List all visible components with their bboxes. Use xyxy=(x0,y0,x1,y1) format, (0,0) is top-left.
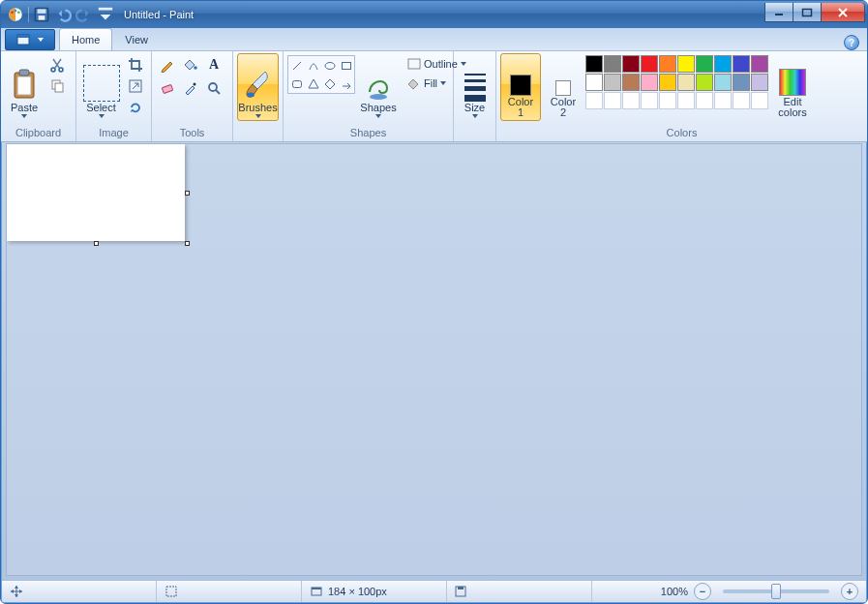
close-button[interactable] xyxy=(821,3,865,22)
tab-home[interactable]: Home xyxy=(59,28,112,50)
maximize-button[interactable] xyxy=(793,3,822,22)
color-swatch[interactable] xyxy=(585,74,603,91)
zoom-slider[interactable] xyxy=(723,589,829,593)
save-icon[interactable] xyxy=(33,6,50,23)
color-swatch[interactable] xyxy=(585,92,603,109)
file-menu-button[interactable] xyxy=(5,29,55,50)
copy-button[interactable] xyxy=(47,76,67,96)
crop-button[interactable] xyxy=(126,55,145,75)
tab-view[interactable]: View xyxy=(112,28,161,50)
color-swatch[interactable] xyxy=(641,92,658,109)
pencil-tool[interactable] xyxy=(158,55,177,75)
eraser-tool[interactable] xyxy=(158,78,177,98)
group-label: Image xyxy=(80,125,147,141)
color-swatch[interactable] xyxy=(677,55,695,73)
brushes-button[interactable]: Brushes xyxy=(237,53,279,121)
color-swatch[interactable] xyxy=(751,74,768,91)
svg-rect-6 xyxy=(39,15,45,20)
color-palette xyxy=(585,53,768,109)
window-buttons xyxy=(765,3,865,22)
zoom-slider-thumb[interactable] xyxy=(771,584,781,599)
zoom-in-button[interactable]: + xyxy=(841,583,858,600)
color-swatch[interactable] xyxy=(733,55,750,73)
color-swatch[interactable] xyxy=(677,92,695,109)
color-swatch[interactable] xyxy=(604,92,621,109)
size-button[interactable]: Size xyxy=(456,53,494,121)
svg-rect-11 xyxy=(17,35,29,38)
color-swatch[interactable] xyxy=(659,55,676,73)
group-image: Select Image xyxy=(76,51,152,141)
color-swatch[interactable] xyxy=(733,92,750,109)
color-picker-tool[interactable] xyxy=(181,78,200,98)
edit-colors-button[interactable]: Edit colors xyxy=(770,53,815,121)
color-swatch[interactable] xyxy=(641,55,658,73)
color-swatch[interactable] xyxy=(622,92,640,109)
color-swatch[interactable] xyxy=(714,74,732,91)
canvas[interactable] xyxy=(7,144,185,241)
color-swatch[interactable] xyxy=(751,92,768,109)
color-swatch[interactable] xyxy=(751,55,768,73)
color-swatch[interactable] xyxy=(585,55,603,73)
chevron-down-icon xyxy=(99,114,105,118)
cut-button[interactable] xyxy=(47,55,67,75)
color-swatch[interactable] xyxy=(714,55,732,73)
svg-point-20 xyxy=(194,66,197,70)
svg-point-15 xyxy=(51,68,55,72)
color-swatch[interactable] xyxy=(622,74,640,91)
color-swatch[interactable] xyxy=(604,55,621,73)
brushes-label: Brushes xyxy=(238,103,277,113)
shapes-label: Shapes xyxy=(360,103,396,113)
color-swatch[interactable] xyxy=(733,74,750,91)
color-swatch[interactable] xyxy=(641,74,658,91)
resize-handle-right[interactable] xyxy=(185,191,190,196)
minimize-button[interactable] xyxy=(764,3,793,22)
color1-button[interactable]: Color 1 xyxy=(500,53,541,121)
paste-button[interactable]: Paste xyxy=(5,53,44,121)
magnifier-tool[interactable] xyxy=(204,78,224,98)
help-icon[interactable]: ? xyxy=(844,35,859,50)
color-swatch[interactable] xyxy=(714,92,732,109)
color2-swatch xyxy=(555,80,571,96)
color-swatch[interactable] xyxy=(696,92,713,109)
window-title: Untitled - Paint xyxy=(114,9,765,20)
svg-point-22 xyxy=(194,83,196,86)
tab-label: View xyxy=(125,34,148,45)
svg-rect-7 xyxy=(99,8,112,11)
chevron-down-icon xyxy=(375,114,381,118)
resize-handle-bottom[interactable] xyxy=(94,241,99,246)
color-swatch[interactable] xyxy=(604,74,621,91)
zoom-out-button[interactable]: − xyxy=(694,583,711,600)
redo-icon[interactable] xyxy=(75,6,93,23)
color-swatch[interactable] xyxy=(696,55,713,73)
fill-tool[interactable] xyxy=(181,55,200,75)
text-tool[interactable]: A xyxy=(204,55,224,75)
cursor-position-icon xyxy=(10,585,23,598)
chevron-down-icon xyxy=(21,114,27,118)
canvas-size-text: 184 × 100px xyxy=(328,586,387,597)
zoom-level-text: 100% xyxy=(661,586,688,597)
color-swatch[interactable] xyxy=(696,74,713,91)
select-button[interactable]: Select xyxy=(80,53,122,121)
shapes-button[interactable]: Shapes xyxy=(357,53,400,121)
edit-colors-label: Edit colors xyxy=(778,97,806,118)
undo-icon[interactable] xyxy=(54,6,72,23)
color-swatch[interactable] xyxy=(622,55,640,73)
color2-button[interactable]: Color 2 xyxy=(543,53,584,121)
color-swatch[interactable] xyxy=(659,92,676,109)
resize-handle-corner[interactable] xyxy=(185,241,190,246)
size-label: Size xyxy=(464,103,485,113)
group-clipboard: Paste Clipboard xyxy=(1,51,76,141)
color-swatch[interactable] xyxy=(677,74,695,91)
fill-label: Fill xyxy=(424,77,437,89)
canvas-size-cell: 184 × 100px xyxy=(302,581,447,602)
color-swatch[interactable] xyxy=(659,74,676,91)
resize-button[interactable] xyxy=(126,76,145,96)
zoom-controls: 100% − + xyxy=(653,581,866,602)
rotate-button[interactable] xyxy=(126,98,145,117)
shape-gallery[interactable] xyxy=(287,53,355,94)
canvas-area[interactable] xyxy=(6,143,862,576)
color1-swatch xyxy=(510,75,531,96)
group-label: Colors xyxy=(500,125,863,141)
color1-label: Color 1 xyxy=(508,97,533,118)
qat-customize-icon[interactable] xyxy=(97,6,114,23)
